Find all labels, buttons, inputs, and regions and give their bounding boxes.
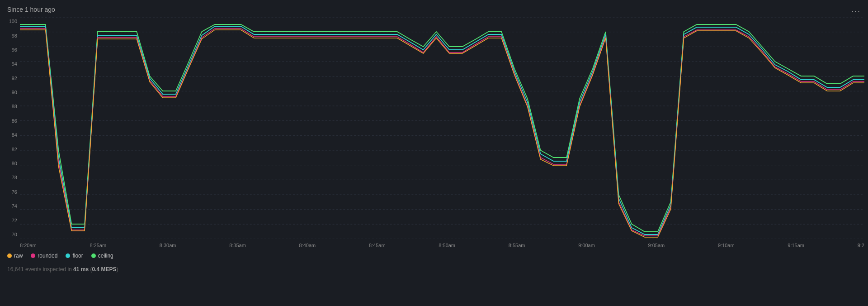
chart-area: 70 72 74 76 78 80 82 84 86 88 90 92 94 9… [4, 17, 864, 239]
x-label: 8:45am [369, 243, 386, 248]
y-label: 70 [4, 232, 20, 237]
legend-item-raw: raw [7, 253, 23, 259]
x-label: 9:00am [578, 243, 595, 248]
y-label: 80 [4, 161, 20, 166]
x-label: 8:50am [439, 243, 455, 248]
footer: 16,641 events inspected in 41 ms (0.4 ME… [4, 263, 864, 275]
title-bar: Since 1 hour ago ... [4, 5, 864, 17]
legend-item-rounded: rounded [31, 253, 57, 259]
y-label: 74 [4, 204, 20, 209]
legend-label-floor: floor [72, 253, 83, 259]
chart-svg: .grid-line { stroke: #2e3340; stroke-wid… [20, 17, 864, 239]
y-label: 82 [4, 147, 20, 152]
footer-text: 16,641 events inspected in 41 ms (0.4 ME… [7, 266, 118, 273]
y-label: 88 [4, 104, 20, 109]
x-label: 8:30am [160, 243, 176, 248]
y-label: 100 [4, 19, 20, 24]
y-label: 84 [4, 133, 20, 138]
y-label: 98 [4, 33, 20, 38]
legend-label-raw: raw [14, 253, 23, 259]
y-label: 72 [4, 218, 20, 223]
legend-dot-ceiling [91, 253, 96, 258]
x-label: 8:35am [229, 243, 246, 248]
x-label: 8:20am [20, 243, 37, 248]
x-label: 9:05am [648, 243, 665, 248]
y-axis: 70 72 74 76 78 80 82 84 86 88 90 92 94 9… [4, 17, 20, 239]
x-label: 9:15am [788, 243, 804, 248]
x-axis: 8:20am 8:25am 8:30am 8:35am 8:40am 8:45a… [4, 240, 864, 248]
x-label: 8:25am [90, 243, 106, 248]
y-label: 92 [4, 76, 20, 81]
chart-container: Since 1 hour ago ... 70 72 74 76 78 80 8… [0, 0, 868, 306]
legend-item-ceiling: ceiling [91, 253, 113, 259]
legend-dot-floor [66, 253, 70, 258]
legend-item-floor: floor [66, 253, 83, 259]
y-label: 76 [4, 190, 20, 195]
y-label: 94 [4, 62, 20, 67]
y-label: 96 [4, 48, 20, 53]
chart-title: Since 1 hour ago [7, 6, 55, 13]
legend-dot-rounded [31, 253, 35, 258]
legend-dot-raw [7, 253, 12, 258]
x-label: 8:40am [299, 243, 316, 248]
legend-label-rounded: rounded [38, 253, 57, 259]
y-label: 86 [4, 119, 20, 124]
x-label: 9:10am [718, 243, 735, 248]
x-label: 9:2 [858, 243, 864, 248]
legend: raw rounded floor ceiling [4, 248, 864, 263]
y-label: 90 [4, 90, 20, 95]
y-label: 78 [4, 175, 20, 180]
more-options-button[interactable]: ... [851, 5, 861, 14]
chart-plot: .grid-line { stroke: #2e3340; stroke-wid… [20, 17, 864, 239]
legend-label-ceiling: ceiling [98, 253, 113, 259]
x-label: 8:55am [509, 243, 525, 248]
